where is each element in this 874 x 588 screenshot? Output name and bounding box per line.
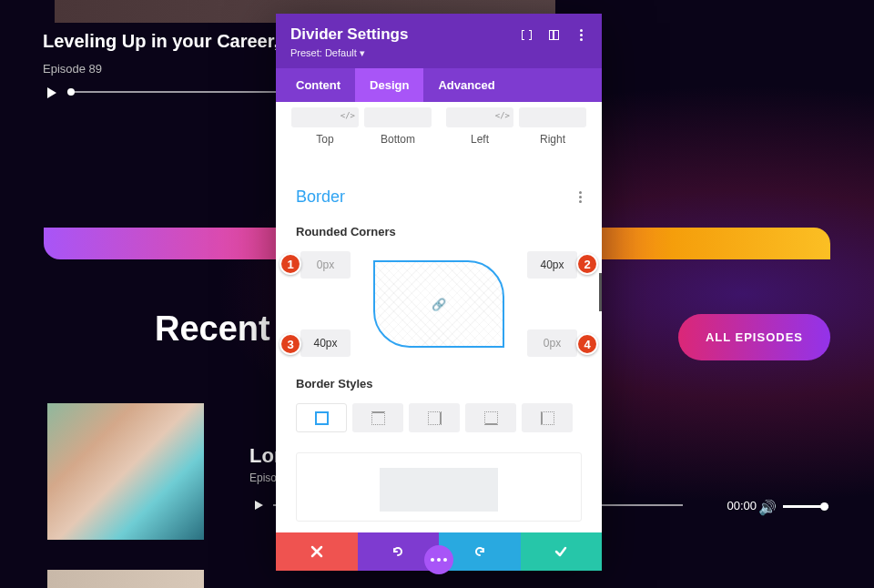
play-icon[interactable]: [255, 501, 263, 510]
episode-subtitle: Episo: [249, 471, 277, 484]
border-styles-label: Border Styles: [296, 377, 582, 390]
panel-tabs: Content Design Advanced: [276, 68, 602, 102]
spacing-bottom-label: Bottom: [381, 133, 415, 146]
border-section-title[interactable]: Border: [296, 188, 345, 207]
border-style-bottom[interactable]: [465, 403, 516, 432]
corner-preview: 🔗: [373, 260, 504, 348]
corner-bottom-left-input[interactable]: 40px: [300, 329, 351, 357]
border-styles-group: [296, 403, 582, 432]
spacing-top-label: Top: [316, 133, 333, 146]
expand-icon[interactable]: [520, 28, 533, 41]
spacing-left-label: Left: [471, 133, 489, 146]
episode-thumbnail[interactable]: [47, 403, 204, 540]
cancel-button[interactable]: [276, 532, 358, 571]
section-menu-icon[interactable]: [579, 189, 582, 205]
panel-body: Top Bottom Left Right Border Rounded Cor…: [276, 102, 602, 532]
recent-heading: Recent: [155, 309, 270, 349]
callout-3: 3: [279, 333, 301, 355]
callout-2: 2: [576, 253, 598, 275]
border-style-right[interactable]: [409, 403, 460, 432]
rounded-corners-label: Rounded Corners: [296, 225, 582, 238]
all-episodes-button[interactable]: ALL EPISODES: [678, 314, 830, 360]
spacing-right-label: Right: [540, 133, 565, 146]
volume-slider[interactable]: [783, 505, 828, 508]
spacing-right-input[interactable]: [519, 107, 586, 127]
scrollbar[interactable]: [599, 273, 602, 311]
spacing-left-input[interactable]: [446, 107, 513, 127]
link-icon[interactable]: 🔗: [432, 298, 446, 311]
redo-icon: [473, 544, 487, 559]
callout-4: 4: [576, 333, 598, 355]
tab-content[interactable]: Content: [281, 68, 355, 102]
page-title: Leveling Up in your Career, w: [43, 31, 298, 52]
callout-1: 1: [279, 253, 301, 275]
close-icon: [310, 545, 323, 558]
border-style-top[interactable]: [352, 403, 403, 432]
play-icon[interactable]: [47, 87, 56, 98]
divider-settings-panel: Divider Settings Preset: Default ▾ Conte…: [276, 14, 602, 571]
check-icon: [554, 544, 568, 559]
corner-bottom-right-input[interactable]: 0px: [527, 329, 577, 357]
border-preview: [296, 452, 582, 522]
corner-top-left-input[interactable]: 0px: [300, 251, 351, 279]
save-button[interactable]: [521, 532, 603, 571]
panel-header: Divider Settings Preset: Default ▾: [276, 14, 602, 68]
preview-swatch: [380, 468, 498, 512]
responsive-icon[interactable]: [547, 28, 560, 41]
border-style-all[interactable]: [296, 403, 347, 432]
episode-number: Episode 89: [43, 62, 102, 76]
kebab-menu-icon[interactable]: [574, 28, 587, 41]
corner-top-right-input[interactable]: 40px: [527, 251, 577, 279]
more-handle[interactable]: [424, 545, 453, 574]
panel-title: Divider Settings: [290, 25, 408, 44]
episode-thumbnail[interactable]: [47, 570, 204, 588]
volume-icon[interactable]: 🔊: [758, 499, 777, 516]
spacing-bottom-input[interactable]: [364, 107, 432, 127]
rounded-corners-control: 1 2 3 4 0px 40px 40px 0px 🔗: [296, 249, 582, 359]
undo-icon: [391, 544, 405, 559]
spacing-top-input[interactable]: [291, 107, 359, 127]
border-style-left[interactable]: [522, 403, 573, 432]
preset-dropdown[interactable]: Preset: Default ▾: [290, 47, 587, 59]
tab-design[interactable]: Design: [355, 68, 423, 102]
time-display: 00:00: [727, 499, 757, 512]
tab-advanced[interactable]: Advanced: [423, 68, 509, 102]
